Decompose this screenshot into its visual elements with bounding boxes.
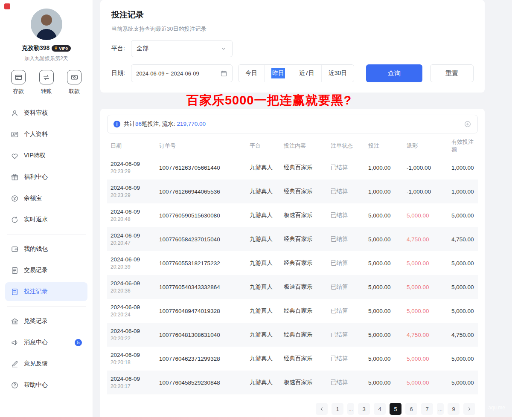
table-row: 2024-06-0920:20:221007760481308631040九游真… bbox=[107, 323, 478, 347]
cell-order-number: 1007760584237015040 bbox=[156, 227, 246, 251]
pagination: 1…34567…9 bbox=[110, 403, 475, 415]
page-next-button[interactable] bbox=[463, 403, 475, 415]
cell-date: 2024-06-0920:20:24 bbox=[107, 299, 156, 323]
deposit-icon bbox=[15, 73, 23, 81]
quick-date-group: 今日昨日近7日近30日 bbox=[238, 64, 354, 82]
sidebar-item[interactable]: 交易记录 bbox=[5, 261, 87, 280]
page-button-9[interactable]: 9 bbox=[448, 403, 460, 415]
sidebar-item-label: 帮助中心 bbox=[24, 381, 48, 389]
page-button-6[interactable]: 6 bbox=[405, 403, 417, 415]
reset-button[interactable]: 重置 bbox=[430, 64, 474, 82]
cell-bet-amount: 5,000.00 bbox=[365, 203, 403, 227]
quick-date-2[interactable]: 近7日 bbox=[292, 65, 321, 82]
sidebar-item[interactable]: 意见反馈 bbox=[5, 354, 87, 373]
transfer-icon-box bbox=[39, 70, 54, 84]
cell-bet-amount: 5,000.00 bbox=[365, 299, 403, 323]
page-button-4[interactable]: 4 bbox=[374, 403, 386, 415]
sidebar-item-label: 余额宝 bbox=[24, 194, 42, 202]
date-range-input[interactable]: 2024-06-09 ~ 2024-06-09 bbox=[131, 64, 233, 82]
quick-action-withdraw[interactable]: 取款 bbox=[67, 70, 81, 95]
quick-date-1[interactable]: 昨日 bbox=[264, 65, 292, 82]
sidebar-item[interactable]: 资料审核 bbox=[5, 104, 87, 122]
cell-date: 2024-06-0920:20:36 bbox=[107, 275, 156, 299]
cell-status: 已结算 bbox=[327, 251, 365, 275]
platform-select[interactable]: 全部 bbox=[131, 40, 233, 57]
sidebar-item[interactable]: 实时返水 bbox=[5, 210, 87, 229]
cell-valid-bet: 4,750.00 bbox=[448, 323, 478, 347]
cell-order-number: 1007760481308631040 bbox=[156, 323, 246, 347]
page-button-1[interactable]: 1 bbox=[332, 403, 343, 415]
avatar-image bbox=[31, 9, 62, 40]
sidebar-item[interactable]: 余额宝 bbox=[5, 189, 87, 208]
table-row: 2024-06-0920:23:291007761266944065536九游真… bbox=[107, 180, 478, 203]
cell-platform: 九游真人 bbox=[246, 347, 280, 371]
sidebar-item[interactable]: 帮助中心 bbox=[5, 376, 87, 394]
page-button-5[interactable]: 5 bbox=[390, 403, 401, 415]
chevron-left-icon bbox=[319, 406, 325, 412]
cell-valid-bet: 5,000.00 bbox=[448, 251, 478, 275]
calendar-icon bbox=[220, 70, 227, 77]
page-title: 投注记录 bbox=[111, 9, 474, 20]
page-ellipsis[interactable]: … bbox=[437, 403, 444, 415]
sidebar-item[interactable]: 投注记录 bbox=[5, 282, 87, 301]
quick-action-transfer[interactable]: 转账 bbox=[39, 70, 54, 95]
cell-bet-content: 极速百家乐 bbox=[280, 275, 327, 299]
cell-valid-bet: 5,000.00 bbox=[448, 275, 478, 299]
quick-action-label: 存款 bbox=[13, 87, 24, 95]
table-row: 2024-06-0920:20:481007760590515630080九游真… bbox=[107, 203, 478, 227]
cell-date: 2024-06-0920:20:18 bbox=[107, 347, 156, 371]
cell-status: 已结算 bbox=[327, 299, 365, 323]
cell-date: 2024-06-0920:23:29 bbox=[107, 180, 156, 203]
cell-status: 已结算 bbox=[327, 203, 365, 227]
date-range-value: 2024-06-09 ~ 2024-06-09 bbox=[136, 70, 199, 77]
column-header: 投注内容 bbox=[280, 136, 327, 156]
cell-valid-bet: 5,000.00 bbox=[448, 203, 478, 227]
cell-status: 已结算 bbox=[327, 275, 365, 299]
cell-bet-content: 极速百家乐 bbox=[280, 203, 327, 227]
sidebar-item[interactable]: 福利中心 bbox=[5, 168, 87, 186]
withdraw-icon bbox=[70, 73, 79, 81]
quick-action-deposit[interactable]: 存款 bbox=[11, 70, 26, 95]
quick-date-3[interactable]: 近30日 bbox=[321, 65, 354, 82]
cell-bet-amount: 5,000.00 bbox=[365, 275, 403, 299]
cell-payout: 5,000.00 bbox=[403, 299, 448, 323]
cell-platform: 九游真人 bbox=[246, 275, 280, 299]
table-header-row: 日期订单号平台投注内容注单状态投注派彩有效投注额 bbox=[107, 136, 478, 156]
query-button[interactable]: 查询 bbox=[366, 64, 422, 82]
page-prev-button[interactable] bbox=[316, 403, 328, 415]
table-row: 2024-06-0920:23:291007761263705661440九游真… bbox=[107, 156, 478, 180]
date-label: 日期: bbox=[111, 70, 131, 77]
cell-platform: 九游真人 bbox=[246, 299, 280, 323]
transfer-icon bbox=[42, 73, 50, 81]
cell-order-number: 1007760553182175232 bbox=[156, 251, 246, 275]
page-ellipsis[interactable]: … bbox=[347, 403, 354, 415]
cell-bet-amount: 1,000.00 bbox=[365, 156, 403, 180]
page-button-3[interactable]: 3 bbox=[358, 403, 370, 415]
column-header: 日期 bbox=[107, 136, 156, 156]
sidebar-item[interactable]: 我的钱包 bbox=[5, 240, 87, 258]
sidebar-item[interactable]: VIP特权 bbox=[5, 146, 87, 165]
expand-button[interactable] bbox=[464, 120, 471, 128]
page-button-7[interactable]: 7 bbox=[421, 403, 433, 415]
cell-status: 已结算 bbox=[327, 323, 365, 347]
cell-date: 2024-06-0920:20:48 bbox=[107, 203, 156, 227]
sidebar-item-label: VIP特权 bbox=[24, 152, 46, 159]
user-audit-icon bbox=[11, 109, 19, 117]
watermark: aqu.me bbox=[488, 405, 505, 411]
sidebar-item[interactable]: 消息中心5 bbox=[5, 333, 87, 352]
wallet-icon bbox=[11, 245, 19, 253]
table-row: 2024-06-0920:20:181007760462371299328九游真… bbox=[107, 347, 478, 371]
date-filter-row: 日期: 2024-06-09 ~ 2024-06-09 今日昨日近7日近30日 … bbox=[111, 64, 474, 82]
cell-platform: 九游真人 bbox=[246, 180, 280, 203]
cell-order-number: 1007761266944065536 bbox=[156, 180, 246, 203]
cell-payout: 5,000.00 bbox=[403, 251, 448, 275]
prize-bank-icon bbox=[11, 317, 19, 325]
cell-payout: 4,750.00 bbox=[403, 227, 448, 251]
sidebar-item[interactable]: 个人资料 bbox=[5, 125, 87, 144]
sidebar-item-label: 消息中心 bbox=[24, 339, 48, 346]
avatar[interactable] bbox=[31, 9, 62, 40]
sidebar-menu: 资料审核个人资料VIP特权福利中心余额宝实时返水我的钱包交易记录投注记录兑奖记录… bbox=[0, 104, 93, 394]
quick-date-0[interactable]: 今日 bbox=[239, 65, 264, 82]
cell-valid-bet: 5,000.00 bbox=[448, 347, 478, 371]
sidebar-item[interactable]: 兑奖记录 bbox=[5, 312, 87, 330]
